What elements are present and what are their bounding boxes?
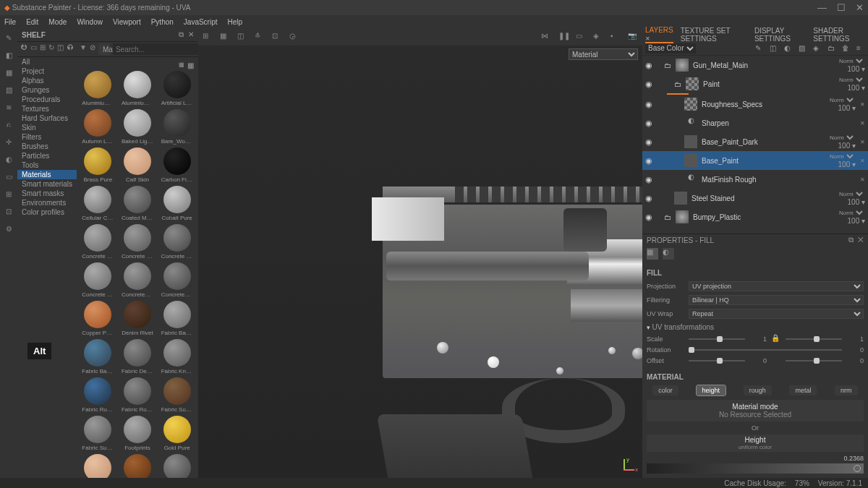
shelf-close-icon[interactable]: ✕ bbox=[188, 30, 194, 39]
viewport-material-select[interactable]: Material bbox=[569, 48, 638, 60]
layer-add-icon[interactable]: ◈ bbox=[813, 44, 822, 53]
category-item[interactable]: Skin bbox=[17, 123, 77, 132]
material-thumb[interactable]: Carbon Fiber bbox=[158, 147, 195, 183]
visibility-icon[interactable]: ◉ bbox=[645, 80, 655, 89]
menu-edit[interactable]: Edit bbox=[26, 18, 38, 26]
visibility-icon[interactable]: ◉ bbox=[645, 137, 655, 147]
material-thumb[interactable]: Concrete_02 bbox=[158, 262, 195, 298]
category-item[interactable]: Hard Surfaces bbox=[17, 114, 77, 123]
material-thumb[interactable]: Concrete C… bbox=[119, 224, 156, 260]
category-item[interactable]: Project bbox=[17, 67, 77, 76]
layer-row[interactable]: ◉Roughness_SpecsNorm100 ▾✕ bbox=[642, 95, 868, 114]
vp-pause-icon[interactable]: ❚❚ bbox=[558, 32, 569, 42]
material-thumb[interactable]: Fabric Base… bbox=[80, 339, 116, 374]
category-item[interactable]: Grunges bbox=[17, 85, 77, 95]
tool-icon[interactable]: ▭ bbox=[4, 171, 14, 181]
shelf-tab[interactable]: Materi…✕ bbox=[98, 43, 110, 55]
category-item[interactable]: Color profiles bbox=[17, 207, 77, 217]
material-thumb[interactable]: Cobalt Pure bbox=[158, 186, 195, 221]
layer-row[interactable]: ◉🗀PaintNorm100 ▾ bbox=[642, 74, 868, 93]
material-thumb[interactable]: Footprints bbox=[119, 416, 156, 451]
layer-folder-icon[interactable]: 🗀 bbox=[827, 44, 836, 53]
menu-python[interactable]: Python bbox=[151, 18, 174, 26]
blend-mode-select[interactable]: Norm bbox=[827, 153, 856, 160]
vp-grid-icon[interactable]: ▦ bbox=[220, 32, 230, 42]
material-thumb[interactable]: Bare_Wood… bbox=[158, 109, 195, 145]
category-item[interactable]: Alphas bbox=[17, 76, 77, 85]
material-thumb[interactable]: Coated Metal bbox=[119, 186, 156, 221]
category-item[interactable]: Smart materials bbox=[17, 179, 77, 189]
shelf-new-icon[interactable]: ⊞ bbox=[40, 43, 46, 55]
category-item[interactable]: Procedurals bbox=[17, 95, 77, 104]
layer-row[interactable]: ◉◐MatFinish Rough✕ bbox=[642, 170, 868, 189]
scale-x-slider[interactable] bbox=[689, 335, 745, 343]
picker-tool-icon[interactable]: ✛ bbox=[4, 137, 14, 147]
tab-shader-settings[interactable]: SHADER SETTINGS bbox=[813, 27, 865, 43]
opacity-value[interactable]: 100 ▾ bbox=[848, 65, 865, 73]
blend-mode-select[interactable]: Norm bbox=[836, 209, 865, 217]
menu-mode[interactable]: Mode bbox=[48, 18, 67, 26]
uvwrap-select[interactable]: Repeat bbox=[689, 309, 864, 319]
shelf-refresh-icon[interactable]: ↻ bbox=[48, 43, 54, 55]
material-thumb[interactable]: Denim Rivet bbox=[119, 301, 156, 336]
maximize-icon[interactable]: ☐ bbox=[837, 2, 846, 13]
visibility-icon[interactable]: ◉ bbox=[645, 213, 655, 222]
category-item[interactable]: Textures bbox=[17, 104, 77, 114]
layer-fill-icon[interactable]: ▨ bbox=[799, 44, 807, 53]
menu-javascript[interactable]: JavaScript bbox=[184, 18, 218, 26]
layer-wand-icon[interactable]: ✎ bbox=[755, 44, 764, 53]
vp-symmetry-icon[interactable]: ⋈ bbox=[541, 32, 551, 42]
material-thumb[interactable]: Cellular Con… bbox=[80, 186, 116, 221]
close-icon[interactable]: ✕ bbox=[856, 2, 864, 13]
shelf-import-icon[interactable]: ⮋ bbox=[20, 43, 27, 55]
vp-bake-icon[interactable]: ◶ bbox=[289, 32, 299, 42]
eraser-tool-icon[interactable]: ◧ bbox=[4, 50, 14, 60]
brush-tool-icon[interactable]: ✎ bbox=[4, 33, 14, 43]
blend-mode-select[interactable]: Norm bbox=[836, 76, 865, 84]
props-close-icon[interactable]: ✕ bbox=[858, 236, 864, 244]
category-item[interactable]: Smart masks bbox=[17, 189, 77, 198]
material-thumb[interactable]: Fabric Deni… bbox=[119, 339, 156, 374]
height-slider[interactable] bbox=[647, 463, 864, 474]
fill-tool-icon[interactable]: ▨ bbox=[4, 85, 14, 95]
smudge-tool-icon[interactable]: ≋ bbox=[4, 102, 14, 112]
channel-chip-nrm[interactable]: nrm bbox=[835, 385, 858, 395]
shelf-filter-icon[interactable]: ▼ bbox=[80, 43, 87, 55]
material-thumb[interactable]: Gold Pure bbox=[158, 416, 195, 451]
viewport-canvas[interactable]: y x z bbox=[198, 60, 642, 488]
rotation-slider[interactable] bbox=[689, 346, 842, 354]
blend-mode-select[interactable]: Norm bbox=[836, 190, 865, 198]
shelf-folder-icon[interactable]: ▭ bbox=[30, 43, 37, 55]
material-thumb[interactable]: Concrete B… bbox=[80, 224, 116, 260]
tab-texture-set-settings[interactable]: TEXTURE SET SETTINGS bbox=[681, 27, 747, 43]
channel-select[interactable]: Base Color bbox=[645, 43, 696, 53]
settings-tool-icon[interactable]: ⚙ bbox=[4, 223, 14, 234]
tool-icon[interactable]: ◐ bbox=[4, 154, 14, 164]
category-item[interactable]: Particles bbox=[17, 151, 77, 160]
vp-icon[interactable]: ≛ bbox=[255, 32, 265, 42]
shelf-view-icon[interactable]: ◫ bbox=[57, 43, 64, 55]
vp-split-icon[interactable]: ◫ bbox=[237, 32, 247, 42]
opacity-value[interactable]: 100 ▾ bbox=[848, 198, 865, 206]
layer-fx-icon[interactable]: ◫ bbox=[770, 44, 778, 53]
material-mode-button[interactable]: Material mode No Resource Selected bbox=[647, 400, 864, 421]
material-thumb[interactable]: Fabric Knitt… bbox=[158, 339, 195, 374]
grid-small-icon[interactable]: ▦ bbox=[179, 61, 184, 69]
minimize-icon[interactable]: — bbox=[817, 2, 827, 13]
material-thumb[interactable]: Concrete_… bbox=[119, 262, 156, 298]
layer-row[interactable]: ◉Base_PaintNorm100 ▾✕ bbox=[642, 151, 868, 170]
material-thumb[interactable]: Concrete Si… bbox=[80, 262, 116, 298]
tool-icon[interactable]: ⊞ bbox=[4, 189, 14, 199]
layer-delete-icon[interactable]: 🗑 bbox=[842, 44, 851, 53]
blend-mode-select[interactable]: Norm bbox=[836, 57, 865, 65]
category-item[interactable]: Environments bbox=[17, 198, 77, 207]
material-thumb[interactable]: Fabric Bam… bbox=[158, 301, 195, 336]
category-item[interactable]: Materials bbox=[17, 170, 77, 179]
layer-row[interactable]: ◉🗀Gun_Metal_MainNorm100 ▾ bbox=[642, 56, 868, 74]
material-thumb[interactable]: Fabric Rou… bbox=[119, 377, 156, 413]
visibility-icon[interactable]: ◉ bbox=[645, 194, 655, 203]
props-pop-icon[interactable]: ⧉ bbox=[848, 236, 854, 244]
tool-icon[interactable]: ⊡ bbox=[4, 206, 14, 216]
opacity-value[interactable]: 100 ▾ bbox=[838, 104, 856, 112]
channel-chip-color[interactable]: color bbox=[652, 385, 678, 395]
